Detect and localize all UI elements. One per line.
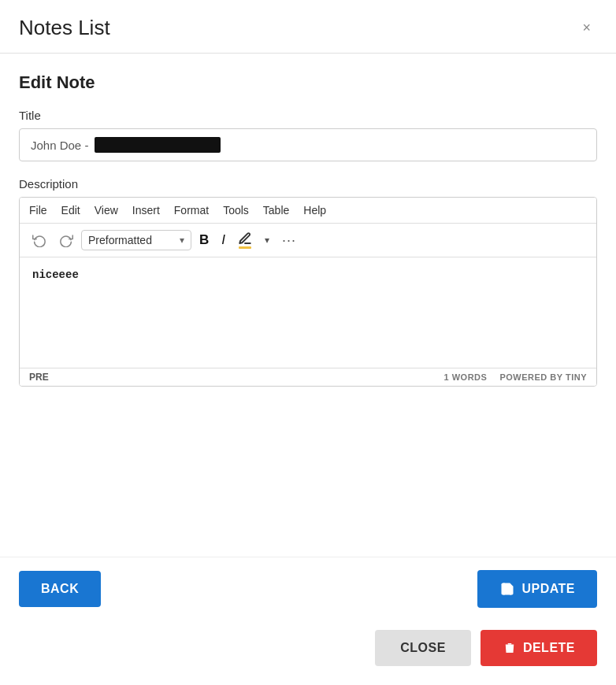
title-label: Title bbox=[19, 109, 597, 122]
action-bar: BACK UPDATE bbox=[0, 557, 616, 620]
modal-body: Edit Note Title John Doe - Description F… bbox=[0, 54, 616, 557]
ellipsis-icon: ··· bbox=[282, 232, 296, 249]
highlight-icon bbox=[238, 231, 252, 249]
menu-format[interactable]: Format bbox=[174, 202, 209, 218]
italic-icon: I bbox=[221, 232, 225, 248]
menu-help[interactable]: Help bbox=[303, 202, 326, 218]
modal-header: Notes List × bbox=[0, 0, 616, 54]
menu-view[interactable]: View bbox=[95, 202, 118, 218]
menu-insert[interactable]: Insert bbox=[132, 202, 160, 218]
delete-button[interactable]: DELETE bbox=[481, 630, 597, 666]
close-x-button[interactable]: × bbox=[576, 17, 597, 39]
redo-button[interactable] bbox=[54, 230, 78, 250]
bold-button[interactable]: B bbox=[195, 229, 213, 251]
format-select[interactable]: Preformatted ▾ bbox=[81, 230, 191, 250]
editor-statusbar: PRE 1 WORDS POWERED BY TINY bbox=[20, 368, 596, 386]
more-options-button[interactable]: ··· bbox=[277, 229, 301, 252]
trash-icon bbox=[503, 641, 517, 655]
editor-toolbar: Preformatted ▾ B I bbox=[20, 224, 596, 257]
undo-icon bbox=[32, 233, 46, 247]
status-mode: PRE bbox=[29, 372, 49, 383]
powered-by: POWERED BY TINY bbox=[499, 372, 587, 382]
highlight-dropdown-button[interactable]: ▾ bbox=[260, 231, 274, 249]
menu-tools[interactable]: Tools bbox=[223, 202, 249, 218]
format-select-value: Preformatted bbox=[88, 234, 152, 246]
menu-table[interactable]: Table bbox=[263, 202, 289, 218]
modal-title: Notes List bbox=[19, 16, 110, 40]
editor-menubar: File Edit View Insert Format Tools Table… bbox=[20, 198, 596, 224]
word-count: 1 WORDS bbox=[444, 372, 488, 382]
bold-icon: B bbox=[199, 232, 209, 248]
bottom-bar: CLOSE DELETE bbox=[0, 620, 616, 685]
update-icon bbox=[499, 581, 515, 597]
editor-content[interactable]: niceeee bbox=[20, 257, 596, 368]
delete-label: DELETE bbox=[523, 641, 575, 655]
editor-text: niceeee bbox=[32, 268, 79, 281]
chevron-down-icon: ▾ bbox=[180, 235, 184, 246]
modal-container: Notes List × Edit Note Title John Doe - … bbox=[0, 0, 616, 685]
title-prefix: John Doe - bbox=[31, 139, 88, 152]
menu-file[interactable]: File bbox=[29, 202, 47, 218]
highlight-button[interactable] bbox=[233, 228, 257, 252]
redo-icon bbox=[59, 233, 73, 247]
section-title: Edit Note bbox=[19, 72, 597, 93]
close-button[interactable]: CLOSE bbox=[375, 630, 471, 666]
title-input-wrapper[interactable]: John Doe - bbox=[19, 128, 597, 161]
update-label: UPDATE bbox=[521, 582, 575, 596]
title-redacted-value bbox=[95, 137, 221, 153]
status-right: 1 WORDS POWERED BY TINY bbox=[444, 372, 587, 382]
italic-button[interactable]: I bbox=[217, 229, 230, 251]
undo-button[interactable] bbox=[28, 230, 51, 250]
editor-wrapper: File Edit View Insert Format Tools Table… bbox=[19, 197, 597, 387]
chevron-down-small-icon: ▾ bbox=[265, 235, 269, 246]
description-label: Description bbox=[19, 177, 597, 191]
back-button[interactable]: BACK bbox=[19, 571, 101, 607]
update-button[interactable]: UPDATE bbox=[477, 570, 597, 608]
menu-edit[interactable]: Edit bbox=[61, 202, 80, 218]
